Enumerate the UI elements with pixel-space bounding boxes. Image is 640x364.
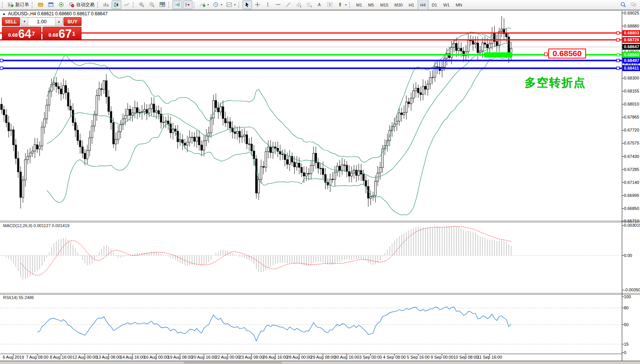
candles-icon (113, 2, 120, 8)
candle-body (129, 109, 131, 115)
resistance-line-2-handle[interactable] (617, 39, 619, 41)
new-order-button[interactable]: 新订单 (6, 0, 31, 9)
candle-body (346, 165, 348, 172)
tiles-icon (159, 2, 166, 8)
volume-input[interactable]: 1.00 (28, 18, 55, 26)
line-chart-button[interactable] (122, 0, 132, 9)
price-callout-handle[interactable] (544, 53, 547, 56)
buy-price-display[interactable]: 0.68 67 1 (42, 27, 82, 40)
sell-price-display[interactable]: 0.68 64 7 (2, 27, 41, 40)
charts-button[interactable] (36, 0, 46, 9)
chart-shift-button[interactable] (183, 0, 192, 9)
tf-w1-button[interactable]: W1 (441, 0, 453, 10)
turning-point-annotation[interactable]: 多空转折点 (524, 75, 586, 91)
fibo-icon: F (306, 2, 313, 8)
cursor-button[interactable] (243, 0, 252, 9)
candle-body (143, 109, 145, 111)
buy-button[interactable]: BUY (64, 17, 81, 26)
tf-d1-button[interactable]: D1 (429, 0, 440, 10)
price-axis-label: 0.68300 (624, 76, 639, 81)
candle-body (205, 136, 207, 141)
candle-body (108, 97, 110, 111)
status-strip (0, 361, 640, 364)
candle-body (182, 140, 184, 143)
candle-body (41, 127, 43, 146)
arrows-button[interactable]: ▾ (335, 0, 348, 9)
time-axis-label: 29 Aug 08:00 (311, 355, 335, 359)
candle-body (13, 130, 15, 145)
candle-body (89, 138, 91, 150)
price-axis-label: 0.66850 (624, 206, 639, 211)
scrollbar-thumb[interactable] (184, 362, 282, 364)
templates-button[interactable]: ▾ (225, 0, 237, 9)
crosshair-button[interactable] (253, 0, 262, 9)
candle-body (8, 123, 10, 131)
button-label: 新订单 (15, 2, 29, 8)
tf-m30-button[interactable]: M30 (392, 0, 405, 10)
candle-body (262, 167, 264, 167)
zoom-out-button[interactable] (147, 0, 157, 9)
horizontal-line-button[interactable] (274, 0, 283, 9)
candle-body (289, 156, 291, 164)
volume-decrease-button[interactable]: ▼ (21, 18, 28, 26)
collapse-panel-icon[interactable]: ▲ (2, 12, 6, 16)
tf-h4-button[interactable]: H4 (418, 0, 428, 10)
vertical-line-button[interactable] (263, 0, 273, 9)
candle-body (370, 197, 372, 198)
candle-body (93, 114, 95, 126)
periods-button[interactable]: ▾ (211, 0, 224, 9)
tf-m5-button[interactable]: M5 (365, 0, 376, 10)
button-label: MN (456, 3, 462, 7)
candle-body (70, 106, 72, 110)
profiles-button[interactable] (46, 0, 56, 9)
candle-body (10, 130, 12, 131)
candle-body (77, 130, 79, 140)
candle-body (198, 137, 200, 145)
auto-scroll-button[interactable] (173, 0, 182, 9)
tf-m15-button[interactable]: M15 (378, 0, 391, 10)
text-label-button[interactable]: T (325, 0, 335, 9)
clock-icon (213, 2, 219, 8)
auto-trading-button[interactable]: 自动交易 (67, 0, 96, 9)
price-callout-label[interactable]: 0.68560 (548, 49, 586, 58)
tf-h1-button[interactable]: H1 (406, 0, 417, 10)
trendline-button[interactable] (284, 0, 293, 9)
template-icon (226, 2, 233, 8)
candle-body (422, 86, 424, 95)
zoom-in-icon (138, 2, 145, 8)
toolbar-group: 新订单 (1, 0, 31, 10)
support-line-blue-2-left-handle[interactable] (0, 67, 3, 70)
sell-price-pips: 64 (18, 29, 31, 39)
support-line-blue-2-handle[interactable] (617, 67, 619, 70)
sell-button[interactable]: SELL (2, 17, 20, 26)
tf-mn-button[interactable]: MN (453, 0, 465, 10)
chat-button[interactable] (629, 0, 638, 9)
buy-price-prefix: 0.68 (49, 31, 58, 39)
zoom-in-button[interactable] (137, 0, 147, 9)
text-button[interactable]: A (315, 0, 324, 9)
indicators-button[interactable]: ▾ (198, 0, 210, 9)
candle-body (472, 41, 474, 44)
candle-chart-button[interactable] (112, 0, 121, 9)
tf-m1-button[interactable]: M1 (353, 0, 365, 10)
search-button[interactable] (619, 0, 628, 9)
candle-body (3, 110, 5, 115)
volume-increase-button[interactable]: ▲ (55, 18, 62, 26)
bar-chart-button[interactable] (101, 0, 111, 9)
zoom-out-icon (149, 2, 155, 8)
price-chart-canvas[interactable] (0, 0, 640, 364)
tile-windows-button[interactable] (158, 0, 167, 9)
navigator-button[interactable] (57, 0, 66, 9)
fibonacci-button[interactable]: F (305, 0, 314, 9)
support-line-blue-1-left-handle[interactable] (0, 59, 3, 62)
support-line-blue-1-handle[interactable] (617, 59, 619, 62)
candle-body (477, 43, 479, 52)
time-axis-label: 22 Aug 00:00 (215, 355, 240, 359)
candle-body (341, 165, 343, 170)
channel-button[interactable]: E (294, 0, 304, 9)
time-axis-label: 6 Aug 2019 (3, 355, 24, 359)
candle-body (353, 170, 355, 173)
resistance-line-1-handle[interactable] (617, 32, 619, 34)
support-line-green-handle[interactable] (617, 54, 619, 56)
crosshair-icon (254, 2, 261, 8)
